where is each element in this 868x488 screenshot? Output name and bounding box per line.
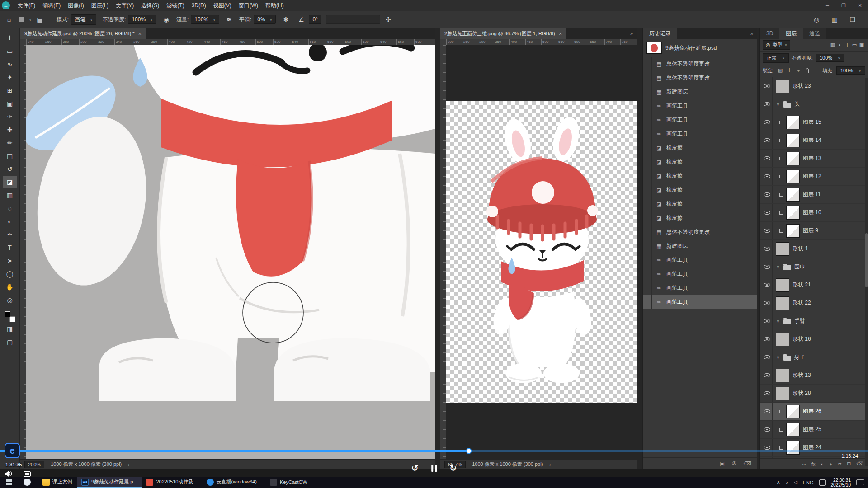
- airbrush-icon[interactable]: ≋: [224, 16, 235, 23]
- document-tab[interactable]: 9蘑菇兔动作延展.psd @ 200% (图层 26, RGB/8) * ×: [20, 28, 146, 39]
- tool-button[interactable]: ◎: [3, 294, 17, 306]
- canvas-full-rabbit[interactable]: [446, 45, 637, 459]
- taskbar-app[interactable]: 20220510动作及...: [142, 477, 202, 488]
- blend-mode-select[interactable]: 正常∨: [763, 53, 789, 63]
- layer-row[interactable]: ∨ 图层 15: [760, 113, 868, 131]
- opacity-select[interactable]: 100%∨: [128, 15, 156, 24]
- visibility-toggle[interactable]: [762, 258, 773, 276]
- speaker-icon[interactable]: ◁: [793, 479, 797, 485]
- history-footer-icon[interactable]: ▣: [720, 460, 725, 467]
- taskbar-app[interactable]: 课上案例: [38, 477, 77, 488]
- history-source-well[interactable]: [645, 169, 652, 183]
- layer-name[interactable]: 图层 11: [803, 191, 821, 198]
- taskbar-app[interactable]: 云直播(window64)...: [202, 477, 265, 488]
- hidden-icons-chevron[interactable]: ∧: [777, 479, 780, 485]
- history-snapshot-row[interactable]: 9蘑菇兔动作延展.psd: [643, 39, 757, 57]
- layers-footer-icon[interactable]: ⌫: [856, 461, 863, 467]
- layer-row[interactable]: ∨ 图层 14: [760, 131, 868, 150]
- history-source-well[interactable]: [645, 211, 652, 225]
- mode-select[interactable]: 画笔∨: [71, 14, 96, 25]
- visibility-toggle[interactable]: [762, 403, 773, 420]
- group-chevron-icon[interactable]: ∨: [776, 355, 780, 360]
- visibility-toggle[interactable]: [762, 385, 773, 402]
- history-state-row[interactable]: ✏ 画笔工具: [643, 113, 757, 127]
- tool-button[interactable]: ✚: [3, 123, 17, 136]
- visibility-toggle[interactable]: [762, 439, 773, 456]
- tab-history[interactable]: 历史记录: [643, 28, 677, 39]
- tool-button[interactable]: ✋: [3, 281, 17, 293]
- layer-name[interactable]: 形状 13: [793, 371, 811, 379]
- tool-button[interactable]: ▥: [3, 189, 17, 202]
- tool-button[interactable]: T: [3, 241, 17, 254]
- layer-name[interactable]: 形状 21: [793, 281, 811, 289]
- visibility-toggle[interactable]: [762, 276, 773, 294]
- zoom-level-field[interactable]: 200%: [24, 461, 44, 468]
- history-source-well[interactable]: [645, 197, 652, 211]
- menu-item[interactable]: 编辑(E): [39, 0, 64, 11]
- group-chevron-icon[interactable]: ∨: [776, 102, 780, 107]
- visibility-toggle[interactable]: [762, 168, 773, 185]
- history-source-well[interactable]: [645, 141, 652, 155]
- history-state-row[interactable]: ▦ 新建图层: [643, 239, 757, 253]
- panel-toggle-icon[interactable]: ▤: [34, 16, 45, 23]
- status-chevron-icon[interactable]: ›: [128, 462, 130, 467]
- history-footer-icon[interactable]: ⌫: [744, 460, 751, 467]
- filter-type-icon[interactable]: T: [844, 42, 851, 48]
- history-state-row[interactable]: ◪ 橡皮擦: [643, 141, 757, 155]
- layer-thumbnail[interactable]: [786, 134, 800, 147]
- layer-thumbnail[interactable]: [786, 170, 800, 183]
- options-right-icon[interactable]: ▥: [829, 16, 840, 23]
- layer-row[interactable]: ∨ 形状 22: [760, 294, 868, 312]
- layer-row[interactable]: ∨ 图层 11: [760, 186, 868, 204]
- layer-thumbnail[interactable]: [776, 296, 789, 310]
- layers-footer-icon[interactable]: fx: [811, 461, 816, 467]
- tool-button[interactable]: ∿: [3, 58, 17, 70]
- layer-name[interactable]: 图层 26: [803, 408, 821, 415]
- layer-thumbnail[interactable]: [786, 405, 800, 418]
- start-button[interactable]: [0, 477, 19, 488]
- lock-all-icon[interactable]: [805, 70, 809, 73]
- tool-button[interactable]: ▣: [3, 97, 17, 110]
- history-source-well[interactable]: [645, 99, 652, 113]
- layer-row[interactable]: ∨ 图层 12: [760, 168, 868, 186]
- history-state-row[interactable]: ▦ 新建图层: [643, 85, 757, 99]
- visibility-toggle[interactable]: [762, 330, 773, 348]
- layer-row[interactable]: ∨ 图层 13: [760, 150, 868, 168]
- layer-thumbnail[interactable]: [776, 387, 789, 400]
- layer-thumbnail[interactable]: [776, 333, 789, 346]
- tool-button[interactable]: ✑: [3, 110, 17, 123]
- lock-option-icon[interactable]: ▨: [777, 67, 784, 74]
- history-state-row[interactable]: ▤ 总体不透明度更改: [643, 71, 757, 85]
- angle-input[interactable]: 0°: [309, 15, 321, 24]
- volume-icon[interactable]: [5, 471, 13, 477]
- menu-item[interactable]: 文字(Y): [112, 0, 137, 11]
- layer-name[interactable]: 形状 16: [793, 335, 811, 343]
- screen-mode-button[interactable]: ▢: [3, 336, 17, 348]
- layer-name[interactable]: 图层 25: [803, 426, 821, 433]
- layer-thumbnail[interactable]: [786, 441, 800, 455]
- panel-tab[interactable]: 图层: [779, 28, 803, 39]
- tool-button[interactable]: ✦: [3, 71, 17, 84]
- visibility-toggle[interactable]: [762, 113, 773, 131]
- tool-button[interactable]: ↺: [3, 163, 17, 175]
- history-source-well[interactable]: [645, 85, 652, 99]
- panel-tab[interactable]: 通道: [803, 28, 826, 39]
- tool-button[interactable]: ◌: [3, 202, 17, 215]
- lock-option-icon[interactable]: ✛: [786, 67, 793, 74]
- menu-item[interactable]: 视图(V): [210, 0, 235, 11]
- taskbar-app[interactable]: KeyCastOW: [265, 477, 312, 488]
- tool-button[interactable]: ➤: [3, 254, 17, 267]
- tool-button[interactable]: ◪: [3, 176, 17, 188]
- group-chevron-icon[interactable]: ∨: [776, 319, 780, 324]
- pressure-opacity-icon[interactable]: ◉: [161, 16, 172, 23]
- layer-name[interactable]: 头: [794, 100, 800, 108]
- layer-name[interactable]: 图层 12: [803, 173, 821, 180]
- layer-thumbnail[interactable]: [776, 278, 789, 292]
- tool-button[interactable]: ✛: [3, 32, 17, 44]
- history-state-row[interactable]: ✏ 画笔工具: [643, 281, 757, 295]
- history-source-well[interactable]: [645, 57, 652, 71]
- history-state-row[interactable]: ▤ 总体不透明度更改: [643, 57, 757, 71]
- layer-thumbnail[interactable]: [786, 423, 800, 436]
- history-state-row[interactable]: ✏ 画笔工具: [643, 253, 757, 267]
- taskbar-clock[interactable]: 22:00:31 2022/5/10: [831, 478, 851, 488]
